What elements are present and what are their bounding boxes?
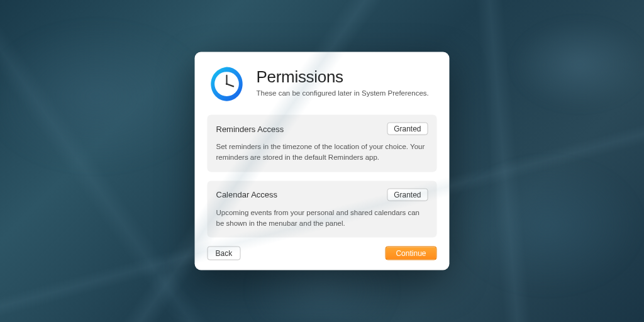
dialog-footer: Back Continue <box>208 247 437 260</box>
card-header: Reminders Access Granted <box>216 123 428 135</box>
card-header: Calendar Access Granted <box>216 188 428 201</box>
permissions-dialog: Permissions These can be configured late… <box>195 52 450 270</box>
svg-point-3 <box>226 83 228 85</box>
app-clock-icon <box>208 65 247 104</box>
card-title: Reminders Access <box>216 124 284 133</box>
permission-card-calendar: Calendar Access Granted Upcoming events … <box>208 180 437 238</box>
calendar-status-button[interactable]: Granted <box>387 188 428 201</box>
card-description: Upcoming events from your personal and s… <box>216 207 428 229</box>
permission-card-reminders: Reminders Access Granted Set reminders i… <box>208 115 437 172</box>
title-block: Permissions These can be configured late… <box>257 65 429 97</box>
dialog-title: Permissions <box>257 67 429 87</box>
reminders-status-button[interactable]: Granted <box>387 123 428 135</box>
dialog-header: Permissions These can be configured late… <box>208 65 437 104</box>
continue-button[interactable]: Continue <box>385 247 436 260</box>
dialog-subtitle: These can be configured later in System … <box>257 89 429 97</box>
back-button[interactable]: Back <box>208 247 241 260</box>
card-description: Set reminders in the timezone of the loc… <box>216 142 428 164</box>
svg-point-0 <box>214 72 239 96</box>
svg-line-2 <box>227 84 234 87</box>
card-title: Calendar Access <box>216 190 278 199</box>
